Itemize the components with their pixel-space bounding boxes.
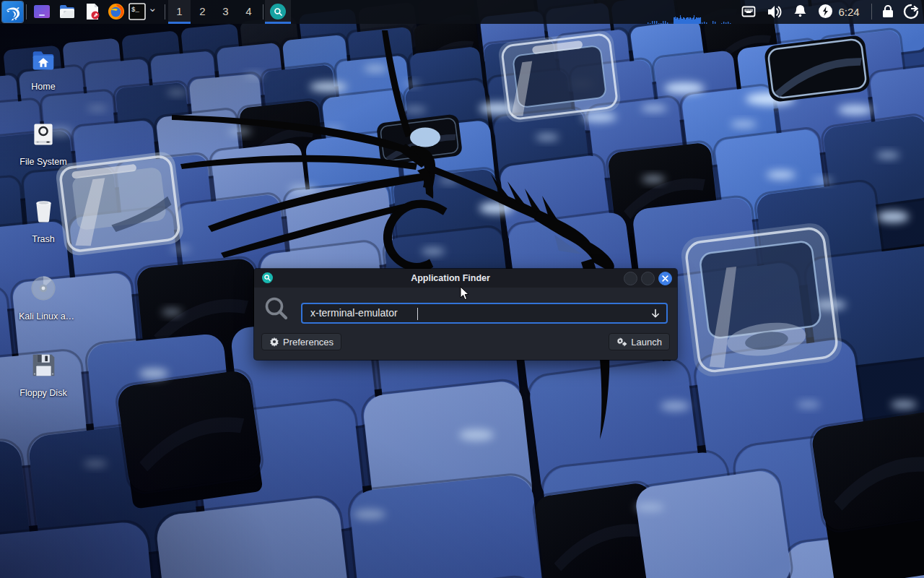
svg-text:$_: $_: [131, 7, 139, 14]
